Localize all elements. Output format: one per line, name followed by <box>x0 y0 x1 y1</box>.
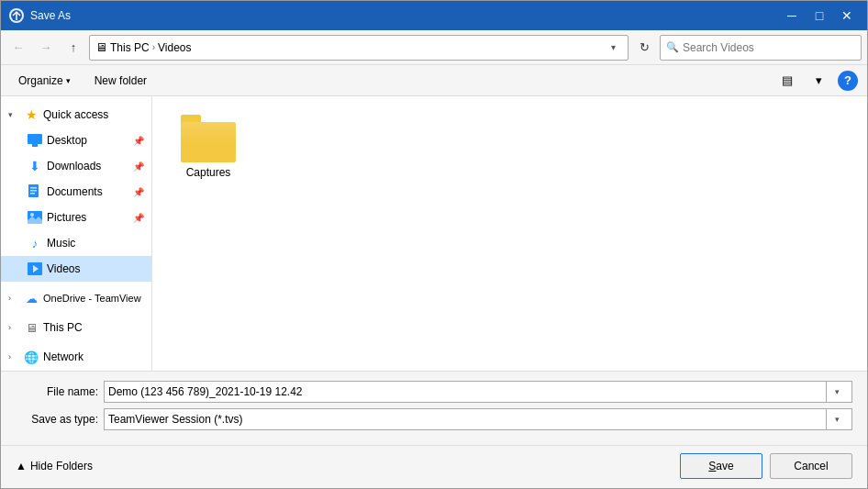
refresh-button[interactable]: ↻ <box>632 36 656 60</box>
sidebar-onedrive-label: OneDrive - TeamView <box>43 293 144 304</box>
dialog-icon <box>8 7 25 24</box>
folder-captures[interactable]: Captures <box>167 111 250 183</box>
quick-access-expand-icon: ▾ <box>8 110 19 119</box>
address-input[interactable]: 🖥 This PC › Videos ▾ <box>89 35 629 61</box>
desktop-icon <box>27 133 43 148</box>
downloads-pin-icon: 📌 <box>133 161 144 172</box>
sidebar-thispc-item[interactable]: › 🖥 This PC <box>1 315 151 340</box>
minimize-button[interactable]: ─ <box>779 6 805 25</box>
sidebar: ▾ ★ Quick access Desktop 📌 ⬇ <box>1 96 152 371</box>
folder-captures-name: Captures <box>186 166 231 179</box>
sidebar-network-label: Network <box>43 350 144 363</box>
new-folder-button[interactable]: New folder <box>86 69 155 93</box>
search-box: 🔍 <box>660 35 862 61</box>
documents-icon <box>27 184 43 199</box>
form-area: File name: ▾ Save as type: TeamViewer Se… <box>1 371 867 445</box>
organize-label: Organize <box>18 74 63 87</box>
videos-icon <box>27 261 43 276</box>
hide-folders-label: Hide Folders <box>30 460 93 472</box>
save-as-type-row: Save as type: TeamViewer Session (*.tvs)… <box>16 408 852 430</box>
onedrive-expand-icon: › <box>8 294 19 303</box>
sidebar-section-onedrive: › ☁ OneDrive - TeamView <box>1 283 151 313</box>
save-as-type-dropdown[interactable]: ▾ <box>826 409 848 429</box>
main-area: ▾ ★ Quick access Desktop 📌 ⬇ <box>1 96 867 371</box>
up-button[interactable]: ↑ <box>61 36 85 60</box>
sidebar-documents-label: Documents <box>47 185 129 198</box>
sidebar-item-videos[interactable]: Videos <box>1 256 151 282</box>
view-dropdown-button[interactable]: ▾ <box>807 69 830 93</box>
close-button[interactable]: ✕ <box>834 6 860 25</box>
save-as-type-wrapper: TeamViewer Session (*.tvs) ▾ <box>104 408 852 430</box>
save-button[interactable]: Save <box>680 453 762 479</box>
downloads-icon: ⬇ <box>27 159 43 173</box>
svg-point-9 <box>30 213 34 217</box>
hide-folders-icon: ▲ <box>16 460 27 472</box>
view-dropdown-chevron: ▾ <box>816 73 822 87</box>
save-as-dialog: Save As ─ □ ✕ ← → ↑ 🖥 This PC › Videos ▾… <box>0 0 868 489</box>
sidebar-item-desktop[interactable]: Desktop 📌 <box>1 128 151 153</box>
view-toggle-button[interactable]: ▤ <box>775 69 799 93</box>
thispc-expand-icon: › <box>8 323 19 332</box>
help-button[interactable]: ? <box>838 71 858 91</box>
sidebar-network-item[interactable]: › 🌐 Network <box>1 344 151 370</box>
file-name-input[interactable] <box>108 385 826 398</box>
quick-access-label: Quick access <box>43 108 144 121</box>
documents-pin-icon: 📌 <box>133 187 144 197</box>
onedrive-icon: ☁ <box>23 291 39 306</box>
file-name-input-wrapper: ▾ <box>104 381 852 403</box>
sidebar-item-pictures[interactable]: Pictures 📌 <box>1 205 151 230</box>
svg-rect-6 <box>30 190 37 192</box>
save-as-type-label: Save as type: <box>16 413 98 426</box>
folder-captures-icon <box>181 115 236 162</box>
address-expand-button[interactable]: ▾ <box>604 39 622 57</box>
breadcrumb-separator-1: › <box>152 42 155 52</box>
sidebar-thispc-label: This PC <box>43 321 144 334</box>
sidebar-downloads-label: Downloads <box>47 160 129 172</box>
sidebar-section-thispc: › 🖥 This PC <box>1 313 151 342</box>
search-icon: 🔍 <box>666 41 679 53</box>
content-area: Captures <box>152 96 867 371</box>
svg-rect-2 <box>28 134 42 144</box>
breadcrumb: 🖥 This PC › Videos <box>95 40 192 54</box>
hide-folders-toggle[interactable]: ▲ Hide Folders <box>16 460 673 472</box>
thispc-icon: 🖥 <box>23 320 39 335</box>
svg-rect-7 <box>30 193 35 194</box>
sidebar-quick-access-header[interactable]: ▾ ★ Quick access <box>1 102 151 128</box>
breadcrumb-item-2: Videos <box>158 41 191 54</box>
sidebar-desktop-label: Desktop <box>47 134 129 147</box>
network-expand-icon: › <box>8 352 19 361</box>
sidebar-section-network: › 🌐 Network <box>1 342 151 371</box>
sidebar-item-documents[interactable]: Documents 📌 <box>1 179 151 205</box>
sidebar-section-quick-access: ▾ ★ Quick access Desktop 📌 ⬇ <box>1 100 151 283</box>
svg-rect-5 <box>30 187 37 189</box>
sidebar-pictures-label: Pictures <box>47 211 129 224</box>
file-name-row: File name: ▾ <box>16 381 852 403</box>
pictures-pin-icon: 📌 <box>133 213 144 223</box>
forward-button[interactable]: → <box>34 36 58 60</box>
organize-chevron: ▾ <box>66 76 71 85</box>
maximize-button[interactable]: □ <box>807 6 832 25</box>
network-icon: 🌐 <box>23 350 39 364</box>
back-button[interactable]: ← <box>6 36 30 60</box>
quick-access-icon: ★ <box>23 107 39 122</box>
breadcrumb-item-1: This PC <box>110 41 150 54</box>
sidebar-item-downloads[interactable]: ⬇ Downloads 📌 <box>1 153 151 179</box>
breadcrumb-icon: 🖥 <box>95 40 107 54</box>
action-row: ▲ Hide Folders Save Cancel <box>1 445 867 488</box>
search-input[interactable] <box>683 41 855 54</box>
cancel-button[interactable]: Cancel <box>770 453 852 479</box>
desktop-pin-icon: 📌 <box>133 136 144 146</box>
pictures-icon <box>27 210 43 225</box>
view-icon: ▤ <box>782 73 793 87</box>
sidebar-item-music[interactable]: ♪ Music <box>1 230 151 256</box>
sidebar-onedrive-item[interactable]: › ☁ OneDrive - TeamView <box>1 285 151 311</box>
title-bar: Save As ─ □ ✕ <box>1 1 867 30</box>
music-icon: ♪ <box>27 236 43 250</box>
file-name-dropdown[interactable]: ▾ <box>826 382 848 402</box>
save-label: Save <box>708 460 733 472</box>
sidebar-videos-label: Videos <box>47 262 144 275</box>
window-controls: ─ □ ✕ <box>779 6 860 25</box>
address-bar: ← → ↑ 🖥 This PC › Videos ▾ ↻ 🔍 <box>1 30 867 65</box>
dialog-title: Save As <box>30 9 779 22</box>
organize-button[interactable]: Organize ▾ <box>10 69 79 93</box>
